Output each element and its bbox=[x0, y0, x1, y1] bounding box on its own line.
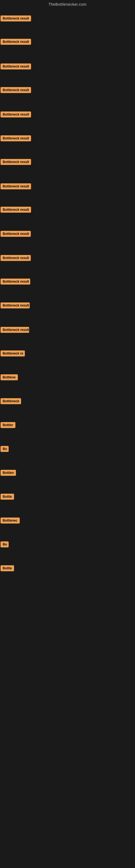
bottleneck-badge[interactable]: Bottleneck result bbox=[1, 255, 31, 261]
bottleneck-badge[interactable]: Bottleneck result bbox=[1, 159, 31, 165]
bottleneck-badge[interactable]: Bottleneck result bbox=[1, 279, 30, 284]
result-row: Bottleneck result bbox=[1, 159, 31, 166]
bottleneck-badge[interactable]: Bottleneck result bbox=[1, 183, 31, 189]
bottleneck-badge[interactable]: Bottleneck result bbox=[1, 39, 31, 45]
result-row: Bottleneck result bbox=[1, 279, 30, 286]
result-row: Bottlenec bbox=[1, 518, 20, 525]
result-row: Bottleneck result bbox=[1, 327, 29, 334]
result-row: Bottle bbox=[1, 494, 14, 501]
result-row: Bottleneck result bbox=[1, 87, 31, 94]
result-row: Bottleneck result bbox=[1, 183, 31, 190]
result-row: Bottleneck result bbox=[1, 135, 31, 143]
result-row: Bottler bbox=[1, 422, 15, 429]
bottleneck-badge[interactable]: Bottleneck result bbox=[1, 112, 31, 118]
result-row: Bottleneck result bbox=[1, 63, 31, 70]
result-row: Bottleneck result bbox=[1, 255, 31, 262]
result-row: Bottlen bbox=[1, 470, 16, 477]
bottleneck-badge[interactable]: Bottleneck re bbox=[1, 350, 25, 356]
bottleneck-badge[interactable]: Bottleneck result bbox=[1, 231, 31, 237]
bottleneck-badge[interactable]: Bottleneck bbox=[1, 398, 21, 404]
bottleneck-badge[interactable]: Bottlen bbox=[1, 470, 16, 476]
bottleneck-badge[interactable]: Bo bbox=[1, 541, 9, 547]
result-row: Bottleneck result bbox=[1, 303, 30, 310]
bottleneck-badge[interactable]: Bottleneck result bbox=[1, 327, 29, 333]
bottleneck-badge[interactable]: Bottleneck result bbox=[1, 207, 31, 213]
bottleneck-badge[interactable]: Bottlenec bbox=[1, 518, 20, 524]
result-row: Bottleneck result bbox=[1, 207, 31, 214]
bottleneck-badge[interactable]: Bottleneck result bbox=[1, 87, 31, 93]
bottleneck-badge[interactable]: Bottleneck result bbox=[1, 135, 31, 141]
result-row: Bottleneck bbox=[1, 398, 21, 405]
bottleneck-badge[interactable]: Bottleneck result bbox=[1, 63, 31, 69]
result-row: Bottleneck result bbox=[1, 231, 31, 238]
result-row: Bottle bbox=[1, 565, 14, 572]
bottleneck-badge[interactable]: Bo bbox=[1, 446, 9, 452]
result-row: Bo bbox=[1, 541, 9, 549]
bottleneck-badge[interactable]: Bottle bbox=[1, 494, 14, 500]
bottleneck-badge[interactable]: Bottleneck result bbox=[1, 303, 30, 308]
bottleneck-badge[interactable]: Bottleneck result bbox=[1, 16, 31, 22]
bottleneck-badge[interactable]: Bottler bbox=[1, 422, 15, 428]
bottleneck-badge[interactable]: Bottle bbox=[1, 565, 14, 571]
result-row: Bottlene bbox=[1, 374, 18, 381]
result-row: Bottleneck result bbox=[1, 39, 31, 46]
result-row: Bo bbox=[1, 446, 9, 453]
result-row: Bottleneck result bbox=[1, 16, 31, 23]
result-row: Bottleneck result bbox=[1, 112, 31, 119]
site-title: TheBottlenecker.com bbox=[0, 0, 135, 8]
result-row: Bottleneck re bbox=[1, 350, 25, 358]
bottleneck-badge[interactable]: Bottlene bbox=[1, 374, 18, 380]
